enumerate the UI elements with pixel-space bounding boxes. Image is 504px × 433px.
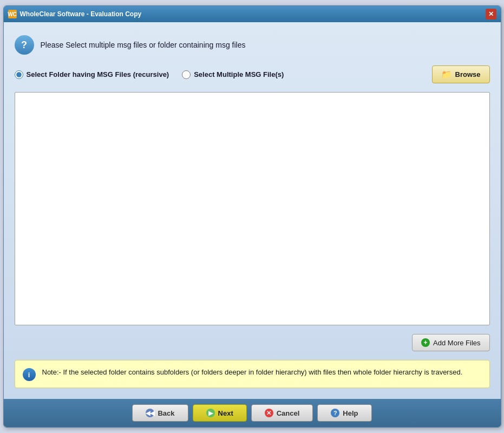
info-icon: i xyxy=(23,368,36,381)
radio-folder-label: Select Folder having MSG Files (recursiv… xyxy=(27,70,169,78)
header-section: ? Please Select multiple msg files or fo… xyxy=(15,33,490,57)
browse-button[interactable]: 📁 Browse xyxy=(432,65,490,83)
back-button-label: Back xyxy=(158,409,174,417)
browse-button-label: Browse xyxy=(455,70,481,78)
add-more-files-label: Add More Files xyxy=(433,339,480,347)
note-section: i Note:- If the selected folder contains… xyxy=(15,360,490,388)
cancel-button-label: Cancel xyxy=(277,409,300,417)
radio-folder-input[interactable] xyxy=(15,70,23,79)
add-more-files-button[interactable]: + Add More Files xyxy=(412,334,489,351)
help-button[interactable]: ? Help xyxy=(317,404,371,422)
next-icon: ▶ xyxy=(206,409,215,417)
plus-icon: + xyxy=(421,338,430,347)
content-area: ? Please Select multiple msg files or fo… xyxy=(4,22,501,399)
add-files-row: + Add More Files xyxy=(15,334,490,351)
back-icon: ◀◀ xyxy=(146,409,154,417)
cancel-button[interactable]: ✕ Cancel xyxy=(251,404,313,422)
next-button[interactable]: ▶ Next xyxy=(193,404,247,422)
button-bar: ◀◀ Back ▶ Next ✕ Cancel ? Help xyxy=(4,399,501,427)
radio-section: Select Folder having MSG Files (recursiv… xyxy=(15,65,490,83)
help-icon: ? xyxy=(331,409,339,417)
next-button-label: Next xyxy=(218,409,233,417)
header-title: Please Select multiple msg files or fold… xyxy=(41,41,246,49)
radio-files-input[interactable] xyxy=(182,70,191,79)
radio-folder-option[interactable]: Select Folder having MSG Files (recursiv… xyxy=(15,70,169,79)
radio-files-option[interactable]: Select Multiple MSG File(s) xyxy=(182,70,284,79)
window-title: WholeClear Software - Evaluation Copy xyxy=(20,10,142,18)
radio-group: Select Folder having MSG Files (recursiv… xyxy=(15,70,421,79)
note-text: Note:- If the selected folder contains s… xyxy=(42,367,463,378)
main-window: WC WholeClear Software - Evaluation Copy… xyxy=(3,5,501,428)
app-icon: WC xyxy=(8,10,17,18)
title-bar: WC WholeClear Software - Evaluation Copy… xyxy=(4,6,501,22)
help-button-label: Help xyxy=(343,409,358,417)
file-list xyxy=(15,92,490,325)
title-bar-left: WC WholeClear Software - Evaluation Copy xyxy=(8,10,142,18)
radio-files-label: Select Multiple MSG File(s) xyxy=(194,70,284,78)
help-circle-icon: ? xyxy=(15,35,34,55)
close-button[interactable]: ✕ xyxy=(486,9,496,19)
folder-icon: 📁 xyxy=(441,69,452,80)
cancel-icon: ✕ xyxy=(265,409,273,417)
back-button[interactable]: ◀◀ Back xyxy=(132,404,188,422)
